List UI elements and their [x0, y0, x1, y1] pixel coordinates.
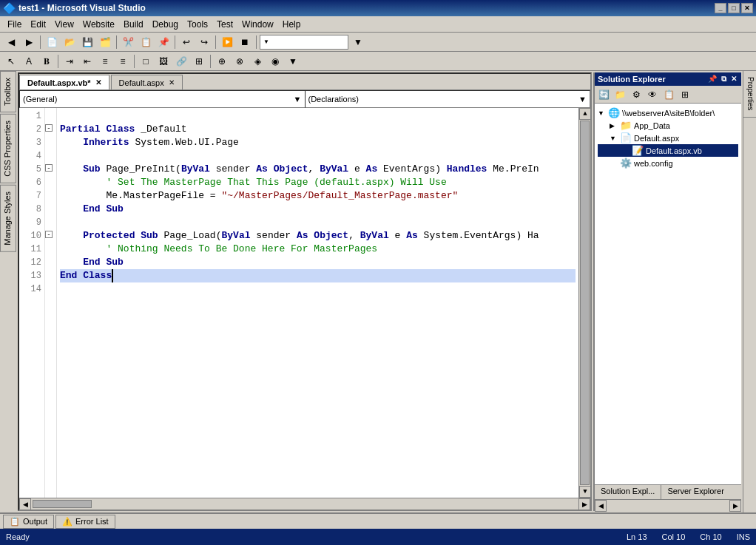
- tree-node-webconfig[interactable]: ⚙️ web.config: [598, 157, 738, 169]
- tree-expand-server[interactable]: ▼: [598, 109, 607, 117]
- panel-pin-btn[interactable]: 📌: [706, 75, 718, 84]
- vertical-scrollbar[interactable]: ▲ ▼: [578, 108, 590, 498]
- tb-more2[interactable]: ⊗: [232, 53, 248, 70]
- solution-h-scroll[interactable]: ◀ ▶: [595, 499, 741, 511]
- exp-10[interactable]: -: [45, 228, 56, 241]
- menu-tools[interactable]: Tools: [183, 18, 212, 31]
- scroll-thumb[interactable]: [580, 121, 590, 485]
- tb-pointer[interactable]: ↖: [3, 53, 19, 70]
- bottom-tab-error-list[interactable]: ⚠️ Error List: [55, 515, 115, 529]
- tb-save[interactable]: 💾: [79, 34, 95, 50]
- menu-help[interactable]: Help: [278, 18, 306, 31]
- scroll-left-btn[interactable]: ◀: [19, 498, 31, 510]
- tree-expand-aspx[interactable]: ▼: [610, 135, 618, 142]
- exp-2[interactable]: -: [45, 121, 56, 135]
- expand-btn-2[interactable]: -: [45, 124, 53, 132]
- sol-scroll-right[interactable]: ▶: [729, 500, 741, 512]
- panel-float-btn[interactable]: ⧉: [720, 75, 728, 84]
- tree-node-default-aspx[interactable]: ▼ 📄 Default.aspx: [598, 132, 738, 144]
- tb-outdent[interactable]: ⇤: [79, 53, 95, 70]
- tb-back[interactable]: ◀: [3, 34, 19, 50]
- se-btn-nest[interactable]: ⊞: [678, 87, 692, 102]
- menu-website[interactable]: Website: [78, 18, 119, 31]
- tb-align-center[interactable]: ≡: [115, 53, 131, 70]
- expand-btn-5[interactable]: -: [45, 164, 53, 172]
- tb-more4[interactable]: ◉: [267, 53, 283, 70]
- tb-save-all[interactable]: 🗂️: [97, 34, 113, 50]
- menu-build[interactable]: Build: [119, 18, 148, 31]
- scroll-up-btn[interactable]: ▲: [579, 108, 590, 120]
- tree-label-wc: web.config: [634, 159, 673, 168]
- tb-forward[interactable]: ▶: [21, 34, 37, 50]
- tree-label-aspx: Default.aspx: [634, 134, 679, 143]
- sol-scroll-left[interactable]: ◀: [595, 500, 607, 512]
- title-bar-buttons[interactable]: _ □ ✕: [715, 3, 753, 13]
- tb-start[interactable]: ▶️: [219, 34, 235, 50]
- sidebar-tab-css[interactable]: CSS Properties: [0, 114, 16, 183]
- panel-close-btn[interactable]: ✕: [729, 75, 738, 84]
- solution-explorer-tab[interactable]: Solution Expl...: [595, 485, 661, 499]
- menu-window[interactable]: Window: [237, 18, 278, 31]
- menu-edit[interactable]: Edit: [26, 18, 50, 31]
- menu-debug[interactable]: Debug: [148, 18, 183, 31]
- menu-test[interactable]: Test: [212, 18, 237, 31]
- tree-node-server[interactable]: ▼ 🌐 \\webserverA\siteB\folder\: [598, 106, 738, 119]
- bottom-tab-output[interactable]: 📋 Output: [3, 515, 54, 529]
- exp-5[interactable]: -: [45, 161, 56, 175]
- declarations-dropdown[interactable]: (Declarations) ▼: [305, 90, 591, 108]
- tab-close-vb[interactable]: ✕: [95, 78, 101, 87]
- tb-open[interactable]: 📂: [61, 34, 78, 50]
- tb-redo[interactable]: ↪: [196, 34, 212, 50]
- tb-indent[interactable]: ⇥: [61, 53, 78, 70]
- restore-button[interactable]: □: [728, 3, 740, 13]
- sidebar-tab-toolbox[interactable]: Toolbox: [0, 71, 16, 112]
- tb-sep-8: [210, 55, 211, 68]
- tb-overflow[interactable]: ▼: [285, 53, 301, 70]
- tab-default-aspx[interactable]: Default.aspx ✕: [111, 75, 183, 89]
- se-btn-new-folder[interactable]: 📁: [612, 87, 627, 102]
- expand-btn-10[interactable]: -: [45, 231, 53, 238]
- tree-node-appdata[interactable]: ▶ 📁 App_Data: [598, 119, 738, 132]
- se-btn-properties[interactable]: ⚙: [629, 87, 644, 102]
- sidebar-tab-styles[interactable]: Manage Styles: [0, 185, 16, 252]
- server-explorer-tab[interactable]: Server Explorer: [661, 485, 729, 499]
- tb-format[interactable]: A: [21, 53, 37, 70]
- close-button[interactable]: ✕: [741, 3, 753, 13]
- tb-img[interactable]: 🖼: [155, 53, 172, 70]
- minimize-button[interactable]: _: [715, 3, 726, 13]
- tb-undo[interactable]: ↩: [178, 34, 195, 50]
- tb-paste[interactable]: 📌: [155, 34, 172, 50]
- general-dropdown[interactable]: (General) ▼: [19, 90, 305, 108]
- right-tab-properties[interactable]: Properties: [743, 71, 756, 118]
- tab-close-aspx[interactable]: ✕: [169, 78, 175, 87]
- tb-bold[interactable]: 𝐁: [38, 53, 55, 70]
- menu-view[interactable]: View: [50, 18, 78, 31]
- scroll-down-btn[interactable]: ▼: [579, 486, 590, 498]
- horizontal-scrollbar[interactable]: ◀ ▶: [19, 498, 590, 510]
- tree-expand-appdata[interactable]: ▶: [610, 122, 618, 129]
- code-editor[interactable]: 1 2 3 4 5 6 7 8 9 10 11 12 13 14: [19, 108, 590, 498]
- scroll-right-btn[interactable]: ▶: [578, 498, 590, 510]
- tb-align-left[interactable]: ≡: [97, 53, 113, 70]
- tb-link[interactable]: 🔗: [173, 53, 189, 70]
- tb-more3[interactable]: ◈: [249, 53, 266, 70]
- se-btn-view[interactable]: 👁: [645, 87, 660, 102]
- line-num-11: 11: [22, 243, 41, 256]
- code-area[interactable]: Partial Class _Default Inherits System.W…: [57, 108, 578, 498]
- tree-node-default-vb[interactable]: 📝 Default.aspx.vb: [598, 144, 738, 157]
- tab-default-aspx-vb[interactable]: Default.aspx.vb* ✕: [19, 75, 109, 89]
- panel-title-buttons[interactable]: 📌 ⧉ ✕: [706, 75, 738, 84]
- menu-file[interactable]: File: [3, 18, 26, 31]
- tb-dropdown-expand[interactable]: ▼: [350, 34, 366, 50]
- tb-copy[interactable]: 📋: [138, 34, 154, 50]
- tb-config-dropdown[interactable]: ▼: [260, 35, 348, 50]
- se-btn-copy[interactable]: 📋: [661, 87, 676, 102]
- tb-cut[interactable]: ✂️: [120, 34, 136, 50]
- h-scroll-thumb[interactable]: [33, 500, 92, 508]
- tb-table[interactable]: ⊞: [191, 53, 207, 70]
- tb-new[interactable]: 📄: [44, 34, 60, 50]
- tb-stop[interactable]: ⏹: [237, 34, 253, 50]
- tb-box[interactable]: □: [138, 53, 154, 70]
- se-btn-refresh[interactable]: 🔄: [596, 87, 611, 102]
- tb-more1[interactable]: ⊕: [214, 53, 230, 70]
